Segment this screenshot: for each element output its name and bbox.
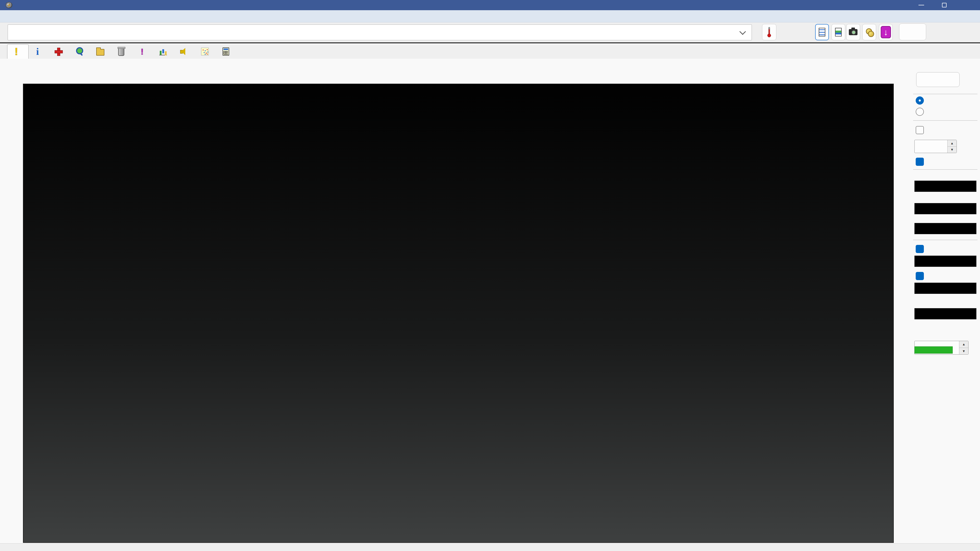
stepper-buttons[interactable]: ▲▼: [947, 140, 956, 153]
benchmark-chart: [23, 84, 894, 543]
file-benchmark-icon: !: [138, 46, 146, 57]
access-time-display: [915, 256, 977, 267]
menu-bar: [0, 10, 980, 22]
update-button[interactable]: ↓: [879, 24, 893, 40]
maximize-button[interactable]: [933, 0, 956, 10]
cpu-usage-display: [915, 308, 977, 319]
thermometer-icon: [768, 27, 771, 37]
tab-folder-usage[interactable]: [91, 44, 112, 59]
burst-rate-row[interactable]: [916, 272, 928, 281]
copy-text-icon: [819, 28, 825, 37]
transfer-rate-row[interactable]: [916, 157, 928, 166]
function-toolbar: ! i !: [0, 44, 980, 59]
hd-tune-window: ↓ ! i !: [0, 0, 980, 551]
health-cross-icon: [54, 46, 63, 57]
bar-chart-icon: [159, 46, 167, 57]
read-radio[interactable]: [916, 97, 924, 105]
start-button[interactable]: [916, 72, 959, 87]
info-icon: i: [33, 46, 42, 57]
short-stroke-row[interactable]: [916, 125, 928, 135]
stepper-down-icon[interactable]: ▼: [959, 348, 968, 354]
exit-button[interactable]: [899, 24, 926, 40]
tab-erase[interactable]: [112, 44, 133, 59]
tab-file-benchmark[interactable]: !: [133, 44, 154, 59]
stepper-buttons[interactable]: ▲▼: [959, 341, 968, 354]
progress-bar: [915, 346, 953, 354]
tab-random-access[interactable]: [196, 44, 217, 59]
maximize-icon: [942, 3, 947, 7]
screenshot-button[interactable]: [846, 24, 860, 40]
minimize-button[interactable]: [910, 0, 933, 10]
coins-icon: [866, 28, 873, 36]
write-mode-row[interactable]: [916, 107, 928, 116]
speaker-icon: [180, 46, 188, 57]
burst-rate-checkbox[interactable]: [916, 272, 924, 280]
chart-canvas: [24, 84, 893, 542]
chevron-down-icon: [739, 28, 746, 35]
scatter-dots-icon: [200, 46, 209, 57]
temperature-button[interactable]: [762, 24, 776, 40]
download-arrow-icon: ↓: [881, 26, 891, 38]
trash-icon: [117, 46, 126, 57]
access-time-checkbox[interactable]: [916, 245, 924, 253]
minimize-icon: [918, 5, 924, 5]
stepper-up-icon[interactable]: ▲: [959, 341, 968, 348]
magnifier-icon: [75, 46, 84, 57]
read-mode-row[interactable]: [916, 96, 928, 105]
write-radio[interactable]: [916, 108, 924, 116]
benchmark-exclamation-icon: !: [12, 47, 21, 57]
short-stroke-size-stepper[interactable]: ▲▼: [915, 140, 957, 153]
tab-benchmark[interactable]: !: [7, 44, 29, 59]
avg-value-display: [915, 223, 977, 234]
donate-button[interactable]: [862, 24, 876, 40]
burst-rate-display: [915, 283, 977, 294]
max-value-display: [915, 203, 977, 214]
transfer-rate-checkbox[interactable]: [916, 158, 924, 166]
short-stroke-checkbox[interactable]: [916, 126, 924, 134]
drive-toolbar: ↓: [0, 22, 980, 43]
title-bar: [0, 0, 980, 10]
calculator-icon: [221, 46, 230, 57]
tab-health[interactable]: [49, 44, 70, 59]
app-disk-icon: [6, 2, 13, 9]
copy-text-button[interactable]: [815, 24, 829, 40]
stepper-down-icon[interactable]: ▼: [948, 147, 956, 153]
folder-icon: [96, 46, 105, 57]
copy-image-icon: [835, 28, 842, 37]
access-time-row[interactable]: [916, 245, 928, 254]
tab-error-scan[interactable]: [70, 44, 91, 59]
drive-select[interactable]: [8, 24, 752, 40]
menu-help[interactable]: [15, 10, 27, 22]
bottom-strip: [0, 543, 980, 551]
tab-aam[interactable]: [175, 44, 196, 59]
tab-disk-monitor[interactable]: [154, 44, 175, 59]
camera-icon: [849, 29, 858, 35]
tab-info[interactable]: i: [29, 44, 49, 59]
stepper-up-icon[interactable]: ▲: [948, 140, 956, 147]
copy-image-button[interactable]: [832, 24, 845, 40]
close-button[interactable]: [956, 0, 979, 10]
menu-file[interactable]: [3, 10, 15, 22]
min-value-display: [915, 181, 977, 192]
benchmark-side-panel: ▲▼ ▲▼: [913, 71, 978, 433]
tab-extra-tests[interactable]: [217, 44, 238, 59]
